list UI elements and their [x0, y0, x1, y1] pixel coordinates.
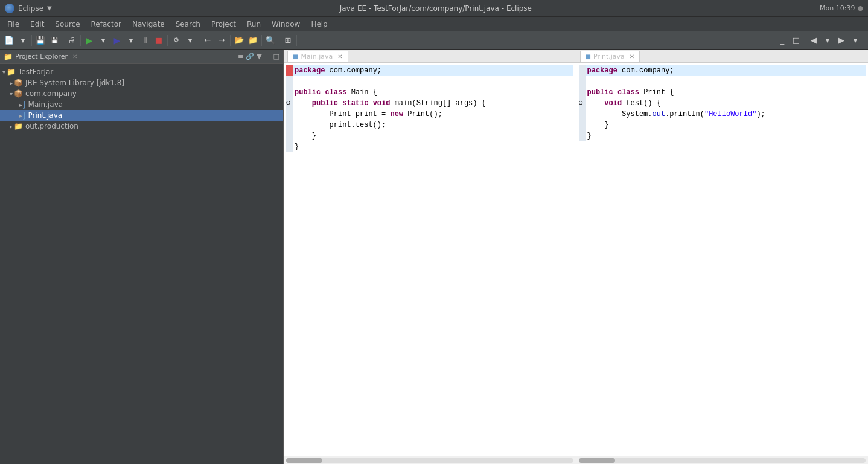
editor-pane-print: ■ Print.java ✕ package com.company; pu [576, 50, 869, 464]
minimize-view-button[interactable]: _ [776, 34, 789, 47]
title-bar: Eclipse ▼ Java EE - TestForJar/com/compa… [0, 0, 868, 17]
code-line-7: } [286, 130, 573, 141]
print-code-line-3: public class Print { [579, 87, 866, 98]
print-button[interactable]: 🖨 [65, 34, 78, 47]
project-icon: 📁 [7, 68, 16, 76]
toolbar-sep-1 [31, 35, 32, 46]
link-with-editor-button[interactable]: 🔗 [246, 53, 254, 60]
new-dropdown[interactable]: ▼ [16, 34, 30, 47]
toolbar-sep-8 [279, 35, 279, 46]
toolbar-sep-10 [805, 35, 805, 46]
toolbar-sep-9 [296, 35, 297, 46]
tree-label-testforjar: TestForJar [18, 68, 53, 76]
back-button[interactable]: ◀ [807, 34, 820, 47]
collapse-all-button[interactable]: ≡ [238, 53, 243, 60]
prev-edit-button[interactable]: ← [201, 34, 214, 47]
scrollbar-h-print[interactable] [576, 456, 869, 464]
view-menu-button[interactable]: ▼ [257, 53, 261, 60]
maximize-sidebar-button[interactable]: □ [273, 53, 279, 60]
expand-arrow-out: ▸ [10, 123, 13, 130]
new-button[interactable]: 📄 [2, 34, 16, 47]
time-display: Mon 10:39 [820, 4, 855, 12]
print-gutter-4: ⊖ [579, 98, 586, 109]
open-type-button[interactable]: 📂 [232, 34, 246, 47]
menu-window[interactable]: Window [267, 19, 305, 30]
editor-print-code[interactable]: package com.company; public class Print … [576, 63, 869, 456]
tree-item-print-java[interactable]: ▸ J Print.java [0, 110, 283, 121]
print-gutter-7 [579, 130, 586, 141]
tab-print-java[interactable]: ■ Print.java ✕ [580, 51, 640, 62]
tree-item-jre[interactable]: ▸ 📦 JRE System Library [jdk1.8] [0, 77, 283, 88]
editor-pane-main-header: ■ Main.java ✕ [284, 50, 576, 63]
toolbar-sep-5 [199, 35, 199, 46]
tab-print-close[interactable]: ✕ [630, 53, 634, 60]
run-button[interactable]: ▶ [83, 34, 96, 47]
tree-item-package[interactable]: ▾ 📦 com.company [0, 88, 283, 99]
print-code-line-7: } [579, 130, 866, 141]
menu-search[interactable]: Search [171, 19, 205, 30]
java-file-icon: J [24, 100, 26, 109]
window-title: Java EE - TestForJar/com/company/Print.j… [340, 4, 532, 13]
tab-print-java-label: Print.java [593, 53, 625, 60]
scroll-track-main [286, 458, 573, 463]
search-button[interactable]: 🔍 [264, 34, 277, 47]
tree-item-out-production[interactable]: ▸ 📁 out.production [0, 121, 283, 132]
code-line-4: ⊖ public static void main(String[] args)… [286, 98, 573, 109]
tab-main-close[interactable]: ✕ [337, 53, 342, 60]
save-button[interactable]: 💾 [34, 34, 47, 47]
menu-help[interactable]: Help [306, 19, 332, 30]
open-resource-button[interactable]: 📁 [246, 34, 260, 47]
toolbar-sep-3 [80, 35, 81, 46]
code-line-6: print.test(); [286, 120, 573, 130]
code-line-1: package com.company; [286, 65, 573, 76]
tab-main-java[interactable]: ■ Main.java ✕ [287, 51, 348, 62]
minimize-sidebar-button[interactable]: — [264, 53, 271, 60]
menu-refactor[interactable]: Refactor [86, 19, 126, 30]
close-icon[interactable]: ✕ [72, 53, 77, 60]
build-dropdown[interactable]: ▼ [183, 34, 197, 47]
tree-label-print-java: Print.java [28, 111, 63, 120]
gutter-4: ⊖ [286, 98, 293, 109]
maximize-view-button[interactable]: □ [790, 34, 803, 47]
gutter-2 [286, 76, 293, 87]
forward-button[interactable]: ▶ [835, 34, 848, 47]
run-dropdown[interactable]: ▼ [97, 34, 110, 47]
tree-item-testforjar[interactable]: ▾ 📁 TestForJar [0, 66, 283, 77]
menu-edit[interactable]: Edit [25, 19, 49, 30]
scrollbar-h-main[interactable] [284, 456, 576, 464]
menu-file[interactable]: File [2, 19, 24, 30]
toolbar-sep-4 [167, 35, 168, 46]
tree-label-main-java: Main.java [28, 100, 63, 109]
sidebar-header: 📁 Project Explorer ✕ ≡ 🔗 ▼ — □ [0, 50, 283, 64]
eclipse-logo [5, 4, 14, 13]
project-explorer-label: Project Explorer [15, 53, 68, 60]
jre-icon: 📦 [14, 79, 23, 87]
stop-button[interactable]: ■ [152, 34, 165, 47]
suspend-button[interactable]: ⏸ [138, 34, 152, 47]
menu-source[interactable]: Source [50, 19, 85, 30]
expand-arrow-pkg: ▾ [10, 91, 13, 97]
title-bar-left: Eclipse ▼ [5, 4, 52, 13]
next-edit-button[interactable]: → [215, 34, 228, 47]
back-dropdown[interactable]: ▼ [821, 34, 834, 47]
tree-item-main-java[interactable]: ▸ J Main.java [0, 99, 283, 110]
title-bar-right: Mon 10:39 ● [820, 4, 863, 12]
dropdown-arrow[interactable]: ▼ [47, 5, 52, 11]
debug-dropdown[interactable]: ▼ [124, 34, 138, 47]
package-icon: 📦 [14, 89, 23, 98]
gutter-5 [286, 109, 293, 120]
forward-dropdown[interactable]: ▼ [849, 34, 862, 47]
editor-area: ■ Main.java ✕ package com.company; pub [284, 50, 868, 464]
editor-main-code[interactable]: package com.company; public class Main {… [284, 63, 576, 456]
toolbar-sep-6 [230, 35, 231, 46]
print-code-line-1: package com.company; [579, 65, 866, 76]
menu-project[interactable]: Project [206, 19, 241, 30]
debug-button[interactable]: ▶ [110, 34, 124, 47]
save-all-button[interactable]: 💾 [48, 34, 61, 47]
menu-run[interactable]: Run [242, 19, 266, 30]
perspective-button[interactable]: ⊞ [281, 34, 295, 47]
toolbar: 📄 ▼ 💾 💾 🖨 ▶ ▼ ▶ ▼ ⏸ ■ ⚙ ▼ ← → 📂 📁 🔍 ⊞ _ … [0, 31, 868, 50]
expand-arrow: ▾ [2, 69, 5, 76]
menu-navigate[interactable]: Navigate [127, 19, 170, 30]
build-button[interactable]: ⚙ [170, 34, 183, 47]
